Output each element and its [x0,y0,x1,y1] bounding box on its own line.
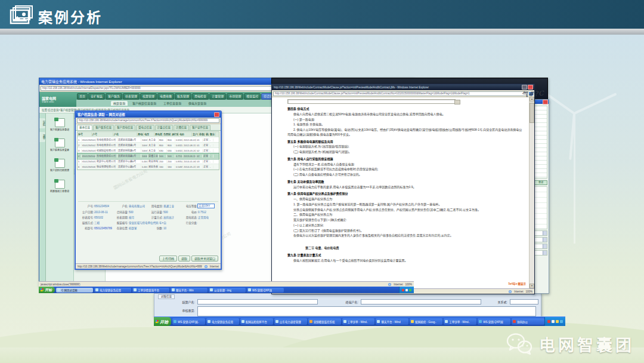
panel-dropdown[interactable] [534,250,547,256]
table-header-cell[interactable]: 电价 [179,133,192,136]
taskbar-button[interactable]: WS.营销.QXP.国 [247,288,284,293]
tray-icon[interactable] [560,320,563,323]
table-row[interactable]: 56501234505 商贸中心有限公司高新区中心路8号 0.4kV商业用电 2… [78,159,219,164]
dialog-button[interactable]: 调取 [178,256,190,262]
scroll-down-icon[interactable]: ▼ [530,284,534,288]
internet-zone-icon [205,265,208,268]
taskbar-button[interactable]: 聊天平台 - Win [171,288,208,293]
tray-icon[interactable] [556,320,559,323]
comment-textarea[interactable] [197,306,536,316]
sidebar-item[interactable]: 客户档案信息查询 [46,118,73,131]
field-input[interactable] [510,299,538,304]
table-row[interactable]: 66501234506 物业管理有限公司高新区中心路8号 0.4kV居民合表 1… [78,164,219,170]
address-input[interactable]: http://10.158.196.38/WebInclude/Contract… [273,91,528,96]
close-icon[interactable] [214,112,219,117]
panel-dropdown[interactable] [534,237,547,242]
detail-field: 立户日期: 2013-06-11 [78,210,113,214]
table-header-cell[interactable]: 序号 [78,133,92,136]
main-tab[interactable]: 业扩报装 [88,93,105,100]
dialog-tab[interactable]: 客户证件信息 [190,125,210,130]
dialog-tab[interactable]: 计费信息 [174,125,189,130]
vertical-scrollbar[interactable]: ▲ ▼ [529,97,534,288]
table-header-cell[interactable]: 抄表段 [199,133,205,136]
taskbar-button[interactable]: 山东电力调度管理 [274,318,307,325]
zoom-level[interactable]: 100% [405,283,412,286]
table-header-cell[interactable]: 运行容量 [171,133,179,136]
taskbar-button[interactable]: 电力营销业务应用 [206,318,239,325]
sidebar-item[interactable]: 档案借阅工单查询 [46,180,73,193]
dialog-tab[interactable]: 基本信息 [77,125,92,130]
dialog-tab[interactable]: 计量点信息 [155,125,174,130]
panel-dropdown[interactable] [534,244,547,249]
dialog-button[interactable]: 上传归档 [159,256,177,262]
table-row[interactable]: 36501234503 机械制造有限公司高新区科院路9号 10kV大工业 630… [78,148,219,153]
taskbar-button[interactable]: WS.营销.QXP.国.. [172,318,205,325]
close-icon[interactable] [543,100,548,104]
tray-icon[interactable] [405,289,408,291]
taskbar-button[interactable]: 工单详情查询平台 [132,288,169,293]
sub-tab[interactable]: 供电方案查询 [186,101,209,106]
table-header-cell[interactable]: 合同容量 [163,133,171,136]
inline-scroll-field[interactable] [287,99,456,104]
field-input[interactable] [197,299,318,304]
vertical-tab[interactable]: 菜单 [39,132,45,142]
field-input[interactable] [361,299,481,304]
main-tab[interactable]: 市场管理 [227,93,243,100]
dialog-tab[interactable]: 客户联系信息 [93,125,114,130]
panel-dropdown[interactable] [534,230,547,236]
sub-tab[interactable]: 档案查询 [111,101,128,106]
panel-query-button[interactable]: 查询 [534,180,547,185]
dialog-titlebar[interactable]: 客户档案信息-调取 -- 网页对话框 [76,112,221,118]
main-tab[interactable]: 用电检查 [192,93,209,100]
dialog-address-input[interactable]: http://10.158.196.38/WebInclude/manage/c… [77,118,219,123]
main-tab[interactable]: 客户服务 [106,93,122,100]
sub-tab[interactable]: 工单信息查询 [161,101,184,106]
main-tab[interactable]: 账务管理 [175,93,191,100]
window-titlebar[interactable]: http://10.158.196.38/WebInclude/Contract… [272,84,534,90]
table-header-cell[interactable]: 电压 [144,133,154,136]
vertical-tab[interactable]: 导航 [39,118,45,128]
scrollbar-thumb[interactable] [530,103,534,123]
table-row[interactable]: 16501234501 热电有限责任公司高新区花园路1号 10kV大工业 800… [78,137,219,143]
sidebar-item[interactable]: 客户联系信息变更 [46,139,73,152]
main-tab[interactable]: 电费收缴 [157,93,174,100]
sidebar-item[interactable]: 客户资料归档管理 [46,159,73,172]
tray-icon[interactable] [409,289,411,291]
start-button[interactable]: 开始 [154,317,171,326]
taskbar-button[interactable]: 工单详单 - Wind.. [342,318,375,325]
taskbar-button[interactable]: 聊天平台 - Wind [376,318,408,325]
table-header-cell[interactable]: 备注 [209,133,216,136]
table-header-cell[interactable]: 状态 [205,133,209,136]
main-tab[interactable]: 稽查监控 [244,93,261,100]
tray-icon[interactable] [402,289,404,291]
zoom-level[interactable]: 100% [525,290,532,293]
tray-icon[interactable] [547,320,550,323]
dialog-button[interactable]: 调取并关闭窗口 [191,256,218,262]
taskbar-button[interactable]: WS.营销.QXP.国 [478,318,510,325]
taskbar-button[interactable]: 营销稽查监控系统 [308,318,341,325]
table-header-cell[interactable]: 立户日期 [192,133,199,136]
table-header-cell[interactable]: 户号 [92,133,113,136]
taskbar-button[interactable]: 公文处理 - img [209,288,246,293]
main-tab[interactable]: 首页 [77,93,88,100]
form-tab[interactable]: 对账信息 [158,294,175,299]
main-tab[interactable]: 核算管理 [140,93,157,100]
sub-tab[interactable]: 客户档案信息查询 [130,101,159,106]
taskbar-button[interactable]: 配网运检指挥平台 [240,318,273,325]
taskbar-button[interactable]: 配网抢修 - Goog.. [410,318,442,325]
taskbar-button[interactable]: 工单详单 - Wind.. [444,318,476,325]
table-header-cell[interactable]: 用电类别 [154,133,163,136]
start-button[interactable]: 开始 [39,287,55,293]
tray-icon[interactable] [552,320,555,323]
table-header-cell[interactable]: 户名 [113,133,137,136]
table-row[interactable]: 46501234504 热电有限责任公司高新区花园路1号 10kV普通工业 50… [78,153,219,159]
main-tab[interactable]: 计量管理 [209,93,226,100]
table-row[interactable]: 26501234502 热电有限责任公司高新区花园路1号 10kV大工业 800… [78,143,219,148]
taskbar-button[interactable]: 协同办公 [512,318,544,325]
table-header-cell[interactable]: 用电地址 [137,133,144,136]
dialog-tab[interactable]: 受电点信息 [136,125,154,130]
dialog-tab[interactable]: 客户用电信息 [114,125,135,130]
taskbar-button[interactable]: C 网页对话框 [56,288,93,293]
taskbar-button[interactable]: 电力营销业务应用 [94,288,131,293]
main-tab[interactable]: 抄表管理 [123,93,140,100]
